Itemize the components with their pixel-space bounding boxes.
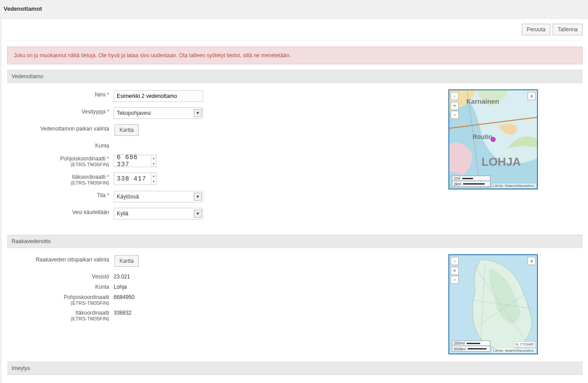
main-panel: Peruuta Tallenna Joku on jo muokannut nä… bbox=[2, 19, 588, 383]
map-tools-icon[interactable]: ✕ bbox=[528, 257, 536, 265]
label-vesisto: Vesistö bbox=[7, 271, 114, 280]
label-raaka-ita: Itäkoordinaatti (ETRS-TM35FIN) bbox=[7, 307, 114, 321]
kartta-button-raaka[interactable]: Kartta bbox=[115, 255, 139, 267]
action-bar: Peruuta Tallenna bbox=[7, 24, 583, 41]
raaka-pohjois-value: 6684950 bbox=[114, 292, 135, 300]
map-source: Lähde: Maanmittauslaitos. bbox=[492, 184, 536, 188]
section-header-imeytys: Imeytys bbox=[7, 362, 583, 375]
chevron-down-icon: ▼ bbox=[194, 109, 202, 117]
map-tools-icon[interactable]: ✕ bbox=[528, 92, 536, 100]
label-raaka-paikan-valinta: Raakaveden ottopaikan valinta bbox=[7, 254, 114, 263]
vesityyppi-select[interactable]: Tekopohjavesi ▼ bbox=[114, 107, 203, 119]
map-expand-icon[interactable]: › bbox=[451, 92, 459, 100]
section-body-vedenottamo: Nimi * Vesityyppi * Tekopohjavesi ▼ Vede… bbox=[7, 89, 583, 235]
vesisto-value: 23.021 bbox=[114, 271, 130, 280]
map-label: Karnainen bbox=[466, 97, 499, 105]
section-header-vedenottamo: Vedenottamo bbox=[7, 70, 583, 83]
map-zoom-in-icon[interactable]: + bbox=[451, 102, 459, 110]
label-pohjois: Pohjoiskoordinaatti * (ETRS-TM35FIN) bbox=[7, 153, 114, 167]
spinner-up-icon[interactable]: ▲ bbox=[151, 173, 156, 179]
raaka-ita-value: 338832 bbox=[114, 307, 132, 316]
pohjois-spinner[interactable]: 6 686 337 ▲ ▼ bbox=[114, 155, 157, 167]
page-title: Vedenottamot bbox=[0, 0, 588, 17]
map-scale: 1mi 2km bbox=[452, 175, 490, 187]
map-zoom-out-icon[interactable]: − bbox=[451, 276, 459, 284]
save-button[interactable]: Tallenna bbox=[553, 24, 583, 35]
label-kasitellaan: Vesi käsitellään bbox=[7, 207, 114, 215]
label-kunta: Kunta bbox=[7, 140, 114, 149]
error-alert: Joku on jo muokannut näitä tietoja. Ole … bbox=[7, 46, 583, 64]
tila-select[interactable]: Käytössä ▼ bbox=[114, 191, 203, 202]
label-nimi: Nimi * bbox=[7, 89, 114, 98]
map-coord-tag: N: 7723485 bbox=[514, 341, 536, 347]
section-body-raaka: Raakaveden ottopaikan valinta Kartta Ves… bbox=[7, 254, 583, 362]
map-scale: 250mi 500km bbox=[452, 340, 490, 352]
map-label: LOHJA bbox=[481, 155, 521, 169]
spinner-down-icon[interactable]: ▼ bbox=[151, 161, 156, 167]
label-paikan-valinta: Vedenottamon paikan valinta bbox=[7, 123, 114, 132]
kartta-button-vedenottamo[interactable]: Kartta bbox=[115, 124, 139, 136]
vedenottamo-map[interactable]: Karnainen Routio LOHJA › ✕ + − 1mi 2km L… bbox=[448, 89, 538, 189]
label-tila: Tila * bbox=[7, 190, 114, 198]
raaka-map[interactable]: › ✕ + − 250mi 500km N: 7723485 Lähde: Ma… bbox=[448, 254, 538, 354]
raaka-kunta-value: Lohja bbox=[114, 282, 127, 290]
map-label: Routio bbox=[473, 133, 492, 140]
label-vesityyppi: Vesityyppi * bbox=[7, 106, 114, 115]
map-expand-icon[interactable]: › bbox=[451, 257, 459, 265]
section-header-raaka: Raakavedenotto bbox=[7, 235, 583, 248]
map-zoom-in-icon[interactable]: + bbox=[451, 267, 459, 275]
label-raaka-pohjois: Pohjoiskoordinaatti (ETRS-TM35FIN) bbox=[7, 292, 114, 306]
cancel-button[interactable]: Peruuta bbox=[522, 24, 550, 35]
spinner-down-icon[interactable]: ▼ bbox=[151, 179, 156, 185]
spinner-up-icon[interactable]: ▲ bbox=[151, 155, 156, 161]
label-raaka-kunta: Kunta bbox=[7, 282, 114, 290]
ita-spinner[interactable]: 338 417 ▲ ▼ bbox=[114, 173, 157, 185]
nimi-input[interactable] bbox=[114, 90, 203, 102]
label-ita: Itäkoordinaatti * (ETRS-TM35FIN) bbox=[7, 172, 114, 185]
map-zoom-out-icon[interactable]: − bbox=[451, 111, 459, 119]
chevron-down-icon: ▼ bbox=[194, 210, 202, 218]
map-source: Lähde: Maanmittauslaitos. bbox=[492, 349, 536, 353]
kasitellaan-select[interactable]: Kyllä ▼ bbox=[114, 208, 203, 219]
chevron-down-icon: ▼ bbox=[194, 193, 202, 201]
